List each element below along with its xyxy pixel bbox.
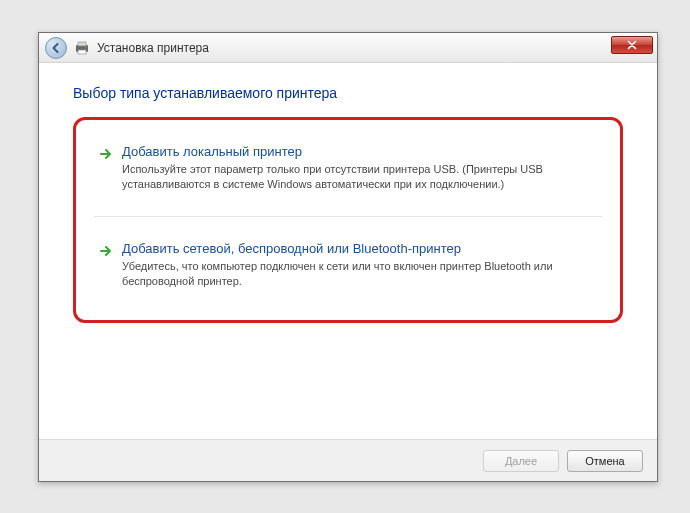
- option-title: Добавить сетевой, беспроводной или Bluet…: [122, 241, 598, 256]
- printer-icon: [73, 39, 91, 57]
- option-network-printer[interactable]: Добавить сетевой, беспроводной или Bluet…: [90, 233, 606, 303]
- option-local-printer[interactable]: Добавить локальный принтер Используйте э…: [90, 136, 606, 206]
- right-arrow-icon: [98, 146, 114, 162]
- page-heading: Выбор типа устанавливаемого принтера: [73, 85, 623, 101]
- content-area: Выбор типа устанавливаемого принтера Доб…: [39, 63, 657, 323]
- footer: Далее Отмена: [39, 439, 657, 481]
- option-description: Убедитесь, что компьютер подключен к сет…: [122, 259, 598, 289]
- titlebar: Установка принтера: [39, 33, 657, 63]
- next-button: Далее: [483, 450, 559, 472]
- svg-point-3: [85, 46, 87, 48]
- svg-rect-2: [78, 50, 86, 54]
- separator: [94, 216, 602, 217]
- right-arrow-icon: [98, 243, 114, 259]
- back-button[interactable]: [45, 37, 67, 59]
- cancel-button-label: Отмена: [585, 455, 624, 467]
- close-icon: [627, 40, 637, 50]
- wizard-window: Установка принтера Выбор типа устанавлив…: [38, 32, 658, 482]
- svg-rect-1: [78, 42, 86, 46]
- next-button-label: Далее: [505, 455, 537, 467]
- back-arrow-icon: [50, 42, 62, 54]
- close-button[interactable]: [611, 36, 653, 54]
- option-description: Используйте этот параметр только при отс…: [122, 162, 598, 192]
- window-title: Установка принтера: [97, 41, 209, 55]
- cancel-button[interactable]: Отмена: [567, 450, 643, 472]
- option-title: Добавить локальный принтер: [122, 144, 598, 159]
- options-highlight: Добавить локальный принтер Используйте э…: [73, 117, 623, 323]
